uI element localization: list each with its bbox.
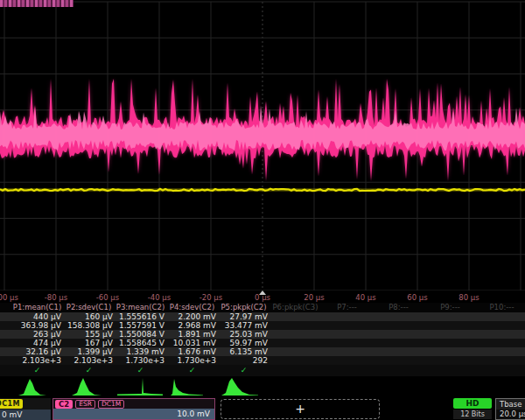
descriptor-bar: DC1M 0 mV C2 ESR DC1M 10.0 mV + HD 12 Bi…	[0, 398, 525, 420]
measure-status-check: ✓	[115, 366, 166, 374]
measure-cell: 1.891 mV	[166, 330, 216, 339]
measure-cell: 474 µV	[11, 339, 61, 347]
measure-cell: 1.339 mV	[115, 347, 164, 356]
measure-header[interactable]: P2:sdev(C1)	[63, 303, 115, 312]
histicon-3[interactable]	[115, 376, 166, 396]
measure-cell: 1.558645 V	[115, 339, 164, 347]
measure-header[interactable]: P9:---	[424, 303, 476, 312]
time-axis-label: 20 µs	[290, 293, 339, 302]
hd-mode-badge[interactable]: HD	[453, 398, 492, 409]
measure-cell: 292	[218, 356, 268, 365]
measure-cell: 1.730e+3	[166, 356, 216, 365]
measure-header[interactable]: P1:mean(C1)	[11, 303, 63, 312]
measure-cell: 33.477 mV	[218, 321, 268, 330]
measure-status-check: ✓	[218, 366, 270, 374]
histicon-4[interactable]	[166, 376, 218, 396]
time-axis-label: -80 µs	[32, 293, 80, 302]
measure-header[interactable]: P3:mean(C2)	[115, 303, 166, 312]
measure-status-check: ✓	[11, 366, 63, 374]
measure-cell: 10.031 mV	[166, 339, 216, 347]
cropped-annotation-badge	[0, 0, 74, 7]
measure-cell: 27.97 mV	[218, 312, 268, 321]
time-axis-label: -100 µs	[0, 293, 29, 302]
measure-cell: 2.103e+3	[63, 356, 113, 365]
hd-bits-label: 12 Bits	[453, 410, 492, 419]
channel-c2-descriptor[interactable]: C2 ESR DC1M 10.0 mV	[52, 398, 215, 420]
measure-cell: 25.03 mV	[218, 330, 268, 339]
measure-row: 474 µV167 µV1.558645 V10.031 mV59.97 mV	[0, 339, 525, 347]
measure-status-check: ✓	[166, 366, 218, 374]
time-axis-label: -20 µs	[186, 293, 235, 302]
histicon-2[interactable]	[63, 376, 115, 396]
measure-header[interactable]: P10:---	[476, 303, 525, 312]
measurement-histicons	[0, 376, 525, 397]
c1-scale-value: 0 mV	[0, 410, 51, 420]
measure-cell: 1.557591 V	[115, 321, 164, 330]
add-trace-button[interactable]: +	[220, 399, 380, 419]
time-axis-label: 80 µs	[444, 293, 494, 302]
measure-cell: 263 µV	[11, 330, 61, 339]
measure-header[interactable]: P5:pkpk(C2)	[218, 303, 270, 312]
measure-row: 32.16 µV1.399 µV1.339 mV1.676 mV6.135 mV	[0, 347, 525, 356]
histicon-5[interactable]	[218, 376, 270, 396]
trigger-position-marker[interactable]	[259, 290, 266, 295]
measure-row: 440 µV160 µV1.555616 V2.200 mV27.97 mV	[0, 312, 525, 321]
measure-cell: 155 µV	[63, 330, 113, 339]
measure-header[interactable]: P7:---	[321, 303, 373, 312]
oscilloscope-screen: -100 µs-80 µs-60 µs-40 µs-20 µs0 µs20 µs…	[0, 0, 525, 420]
measure-header[interactable]: P6:pkpk(C3)	[270, 303, 321, 312]
time-axis-label: -60 µs	[83, 293, 132, 302]
timebase-value: 20.0 µs	[496, 410, 525, 419]
time-axis-label: -40 µs	[135, 293, 184, 302]
measure-row: 363.98 µV158.308 µV1.557591 V2.968 mV33.…	[0, 321, 525, 330]
measure-cell: 2.200 mV	[166, 312, 216, 321]
measure-cell: 32.16 µV	[11, 347, 61, 356]
measure-cell: 59.97 mV	[218, 339, 268, 347]
measure-cell: 440 µV	[11, 312, 61, 321]
c1-descriptor-top: DC1M	[0, 398, 51, 410]
c1-coupling-badge: DC1M	[0, 399, 23, 409]
measure-header[interactable]: P8:---	[373, 303, 424, 312]
timebase-label: Tbase	[496, 399, 525, 410]
measure-cell: 158.308 µV	[63, 321, 113, 330]
measure-row: 2.103e+32.103e+31.730e+31.730e+3292	[0, 356, 525, 365]
measure-cell: 2.103e+3	[11, 356, 61, 365]
measure-cell: 2.968 mV	[166, 321, 216, 330]
measurement-table: P1:mean(C1)P2:sdev(C1)P3:mean(C2)P4:sdev…	[0, 303, 525, 376]
measure-cell: 6.135 mV	[218, 347, 268, 356]
measure-cell: 363.98 µV	[11, 321, 61, 330]
measure-cell: 1.676 mV	[166, 347, 216, 356]
time-axis-label: 60 µs	[393, 293, 442, 302]
time-axis-label: 40 µs	[341, 293, 390, 302]
c2-channel-badge: C2	[55, 400, 73, 409]
measure-cell: 1.730e+3	[115, 356, 164, 365]
measure-row: 263 µV155 µV1.550084 V1.891 mV25.03 mV	[0, 330, 525, 339]
waveform-traces	[0, 0, 525, 290]
channel-c1-descriptor[interactable]: DC1M 0 mV	[0, 398, 51, 420]
measure-cell: 160 µV	[63, 312, 113, 321]
c2-coupling-badge: DC1M	[98, 400, 124, 409]
histicon-1[interactable]	[11, 376, 63, 396]
c2-descriptor-top: C2 ESR DC1M	[53, 399, 214, 409]
time-axis: -100 µs-80 µs-60 µs-40 µs-20 µs0 µs20 µs…	[0, 290, 525, 303]
measure-cell: 1.550084 V	[115, 330, 164, 339]
c2-scale-value: 10.0 mV	[53, 409, 214, 419]
measure-header[interactable]: P4:sdev(C2)	[166, 303, 218, 312]
measure-status-check: ✓	[63, 366, 115, 374]
measure-cell: 1.399 µV	[63, 347, 113, 356]
measure-cell: 167 µV	[63, 339, 113, 347]
waveform-grid-area[interactable]	[0, 0, 525, 290]
c2-esr-badge: ESR	[75, 400, 95, 409]
measure-cell: 1.555616 V	[115, 312, 164, 321]
timebase-descriptor[interactable]: Tbase 20.0 µs	[495, 398, 525, 420]
